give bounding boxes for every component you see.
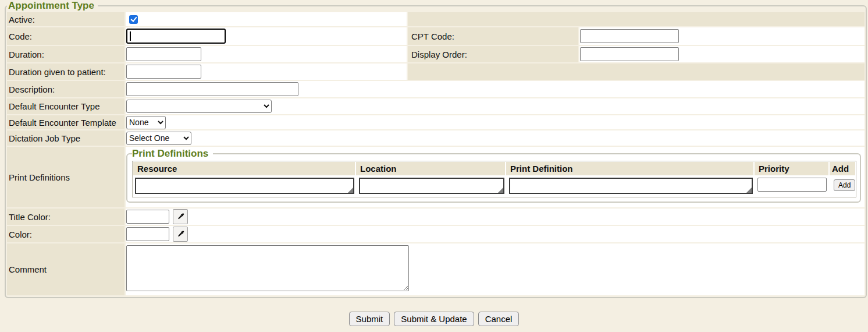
- display-order-input[interactable]: [580, 47, 679, 61]
- print-definitions-input-row: Add: [133, 176, 856, 197]
- row-default-encounter-type: Default Encounter Type: [7, 98, 865, 114]
- title-color-input[interactable]: [126, 210, 169, 224]
- row-print-definitions: Print Definitions Print Definitions Reso…: [7, 147, 865, 207]
- field-label-dictation-job-type: Dictation Job Type: [7, 130, 124, 146]
- code-input[interactable]: [126, 29, 226, 44]
- priority-input[interactable]: [757, 178, 827, 192]
- row-comment: Comment: [7, 243, 865, 295]
- appointment-type-fieldset: Appointment Type Active: Code: CPT Code:: [5, 0, 867, 298]
- field-label-duration: Duration:: [7, 46, 124, 62]
- row-duration-patient-spacer: [408, 63, 865, 80]
- field-label-comment: Comment: [7, 243, 124, 295]
- default-encounter-type-select[interactable]: [126, 100, 272, 113]
- field-label-code: Code:: [7, 27, 124, 45]
- field-label-print-definitions: Print Definitions: [7, 147, 124, 207]
- field-label-description: Description:: [7, 81, 124, 97]
- cpt-code-input[interactable]: [580, 29, 679, 43]
- column-header-location: Location: [356, 162, 505, 175]
- column-header-resource: Resource: [133, 162, 355, 175]
- dictation-job-type-select[interactable]: Select One: [126, 132, 191, 145]
- duration-input[interactable]: [126, 47, 201, 61]
- print-definitions-legend: Print Definitions: [132, 148, 213, 160]
- print-definitions-fieldset: Print Definitions Resource Location Prin…: [126, 148, 861, 203]
- column-header-add: Add: [830, 162, 855, 175]
- default-encounter-template-select[interactable]: None: [126, 116, 166, 129]
- cancel-button[interactable]: Cancel: [478, 312, 520, 326]
- duration-given-to-patient-input[interactable]: [126, 65, 201, 79]
- field-label-active: Active:: [7, 12, 124, 26]
- resource-listbox[interactable]: [135, 178, 354, 194]
- row-description: Description:: [7, 81, 865, 97]
- row-active-spacer: [408, 12, 865, 26]
- field-label-title-color: Title Color:: [7, 209, 124, 225]
- title-color-picker-button[interactable]: [173, 209, 188, 224]
- field-label-cpt-code: CPT Code:: [408, 27, 578, 45]
- row-dictation-job-type: Dictation Job Type Select One: [7, 130, 865, 146]
- field-label-default-encounter-type: Default Encounter Type: [7, 98, 124, 114]
- row-code: Code: CPT Code:: [7, 27, 865, 45]
- location-listbox[interactable]: [359, 178, 504, 194]
- eyedropper-icon: [176, 212, 185, 221]
- print-definitions-table: Resource Location Print Definition Prior…: [132, 161, 856, 197]
- row-duration: Duration: Display Order:: [7, 46, 865, 62]
- appointment-type-form: Active: Code: CPT Code: Duration:: [7, 12, 865, 295]
- description-input[interactable]: [126, 82, 298, 96]
- field-label-duration-given-to-patient: Duration given to patient:: [7, 63, 124, 80]
- column-header-priority: Priority: [755, 162, 828, 175]
- print-definition-listbox[interactable]: [509, 178, 753, 194]
- row-title-color: Title Color:: [7, 209, 865, 225]
- active-checkbox[interactable]: [129, 15, 138, 24]
- column-header-print-definition: Print Definition: [506, 162, 753, 175]
- submit-and-update-button[interactable]: Submit & Update: [394, 312, 474, 326]
- page-title: Appointment Type: [7, 0, 98, 12]
- row-active: Active:: [7, 12, 865, 26]
- comment-textarea[interactable]: [126, 245, 409, 291]
- field-label-color: Color:: [7, 226, 124, 242]
- print-definitions-header-row: Resource Location Print Definition Prior…: [133, 161, 856, 176]
- row-duration-given-to-patient: Duration given to patient:: [7, 63, 865, 80]
- form-action-bar: Submit Submit & Update Cancel: [0, 312, 868, 326]
- eyedropper-icon: [176, 229, 185, 239]
- text-caret: [130, 31, 131, 41]
- add-button[interactable]: Add: [834, 179, 855, 191]
- field-label-default-encounter-template: Default Encounter Template: [7, 115, 124, 129]
- color-input[interactable]: [126, 227, 169, 241]
- row-default-encounter-template: Default Encounter Template None: [7, 115, 865, 129]
- submit-button[interactable]: Submit: [349, 312, 390, 326]
- row-color: Color:: [7, 226, 865, 242]
- color-picker-button[interactable]: [173, 227, 188, 242]
- field-label-display-order: Display Order:: [408, 46, 578, 62]
